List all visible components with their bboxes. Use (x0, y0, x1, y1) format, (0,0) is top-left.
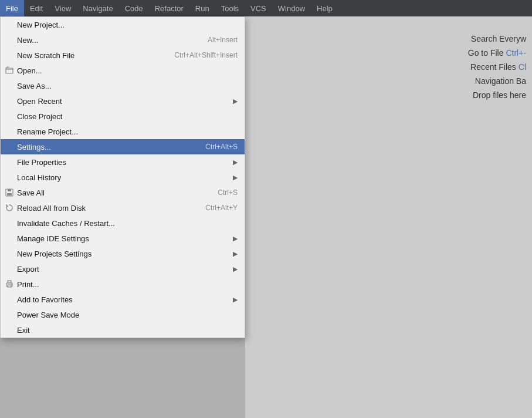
manage-ide-label: Manage IDE Settings (17, 234, 89, 243)
menu-item-new-scratch-file[interactable]: New Scratch FileCtrl+Alt+Shift+Insert (1, 48, 245, 63)
menubar-item-help[interactable]: Help (311, 0, 338, 16)
local-history-label: Local History (17, 173, 61, 182)
svg-rect-6 (8, 285, 11, 287)
reload-all-label: Reload All from Disk (17, 204, 86, 213)
reload-all-shortcut: Ctrl+Alt+Y (205, 204, 238, 212)
save-all-label: Save All (17, 188, 45, 197)
svg-rect-2 (8, 189, 11, 191)
file-properties-label: File Properties (17, 158, 66, 167)
menu-item-open[interactable]: Open... (1, 63, 245, 78)
svg-rect-3 (7, 193, 12, 195)
menu-item-export[interactable]: Export▶ (1, 261, 245, 277)
add-to-favorites-arrow-icon: ▶ (233, 296, 238, 304)
save-all-shortcut: Ctrl+S (218, 188, 238, 197)
export-arrow-icon: ▶ (233, 265, 238, 273)
menubar-item-window[interactable]: Window (272, 0, 311, 16)
new-project-label: New Project... (17, 21, 65, 29)
invalidate-caches-label: Invalidate Caches / Restart... (17, 219, 115, 228)
menu-item-invalidate-caches[interactable]: Invalidate Caches / Restart... (1, 215, 245, 231)
file-dropdown-menu: New Project...New...Alt+InsertNew Scratc… (0, 16, 245, 338)
menu-item-settings[interactable]: Settings...Ctrl+Alt+S (1, 139, 245, 154)
menu-item-close-project[interactable]: Close Project (1, 109, 245, 124)
menu-item-print[interactable]: Print... (1, 277, 245, 292)
open-icon (4, 66, 15, 75)
new-projects-settings-arrow-icon: ▶ (233, 250, 238, 258)
rename-project-label: Rename Project... (17, 127, 78, 136)
new-label: New... (17, 36, 38, 45)
menu-item-add-to-favorites[interactable]: Add to Favorites▶ (1, 292, 245, 307)
menubar-item-view[interactable]: View (49, 0, 77, 16)
hint-recent-files: Recent Files Cl (470, 62, 532, 72)
reload-all-icon (4, 204, 15, 212)
save-as-label: Save As... (17, 82, 52, 90)
svg-rect-0 (6, 68, 13, 73)
menu-item-file-properties[interactable]: File Properties▶ (1, 154, 245, 170)
hint-search: Search Everyw (471, 34, 532, 43)
menubar-item-edit[interactable]: Edit (24, 0, 49, 16)
menu-item-reload-all[interactable]: Reload All from DiskCtrl+Alt+Y (1, 200, 245, 215)
svg-rect-5 (8, 281, 11, 283)
add-to-favorites-label: Add to Favorites (17, 295, 73, 304)
local-history-arrow-icon: ▶ (233, 174, 238, 181)
menu-item-save-as[interactable]: Save As... (1, 78, 245, 93)
menubar-item-navigate[interactable]: Navigate (77, 0, 118, 16)
power-save-mode-label: Power Save Mode (17, 311, 79, 319)
new-scratch-file-shortcut: Ctrl+Alt+Shift+Insert (174, 51, 238, 59)
hint-goto-file: Go to File Ctrl+- (468, 48, 532, 58)
print-icon (4, 280, 15, 288)
exit-label: Exit (17, 326, 30, 335)
open-recent-arrow-icon: ▶ (233, 97, 238, 105)
goto-file-shortcut: Ctrl+- (506, 48, 526, 58)
export-label: Export (17, 265, 39, 274)
menu-item-open-recent[interactable]: Open Recent▶ (1, 93, 245, 109)
main-content: Search Everyw Go to File Ctrl+- Recent F… (245, 16, 532, 418)
new-shortcut: Alt+Insert (208, 36, 238, 44)
new-projects-settings-label: New Projects Settings (17, 250, 92, 258)
hint-navigation-bar: Navigation Ba (475, 76, 532, 86)
file-properties-arrow-icon: ▶ (233, 159, 238, 166)
menubar-item-refactor[interactable]: Refactor (149, 0, 189, 16)
menu-item-save-all[interactable]: Save AllCtrl+S (1, 185, 245, 200)
menu-item-exit[interactable]: Exit (1, 322, 245, 338)
menu-item-manage-ide[interactable]: Manage IDE Settings▶ (1, 231, 245, 246)
menu-item-new-project[interactable]: New Project... (1, 17, 245, 32)
new-scratch-file-label: New Scratch File (17, 51, 74, 60)
close-project-label: Close Project (17, 112, 62, 121)
recent-files-shortcut: Cl (519, 62, 526, 72)
menubar-item-run[interactable]: Run (189, 0, 215, 16)
open-label: Open... (17, 66, 42, 75)
svg-point-7 (11, 284, 12, 285)
menubar-item-code[interactable]: Code (119, 0, 149, 16)
menu-item-power-save-mode[interactable]: Power Save Mode (1, 307, 245, 322)
menubar-item-tools[interactable]: Tools (215, 0, 245, 16)
menubar: File Edit View Navigate Code Refactor Ru… (0, 0, 532, 16)
menubar-item-vcs[interactable]: VCS (245, 0, 272, 16)
menu-item-rename-project[interactable]: Rename Project... (1, 124, 245, 139)
menu-item-new[interactable]: New...Alt+Insert (1, 32, 245, 48)
print-label: Print... (17, 280, 39, 289)
manage-ide-arrow-icon: ▶ (233, 235, 238, 242)
save-all-icon (4, 188, 15, 197)
menu-item-new-projects-settings[interactable]: New Projects Settings▶ (1, 246, 245, 261)
open-recent-label: Open Recent (17, 97, 62, 106)
menubar-item-file[interactable]: File (0, 0, 24, 16)
menu-item-local-history[interactable]: Local History▶ (1, 170, 245, 185)
hint-drop-files: Drop files here (473, 90, 532, 100)
settings-shortcut: Ctrl+Alt+S (205, 143, 238, 151)
settings-label: Settings... (17, 143, 51, 151)
